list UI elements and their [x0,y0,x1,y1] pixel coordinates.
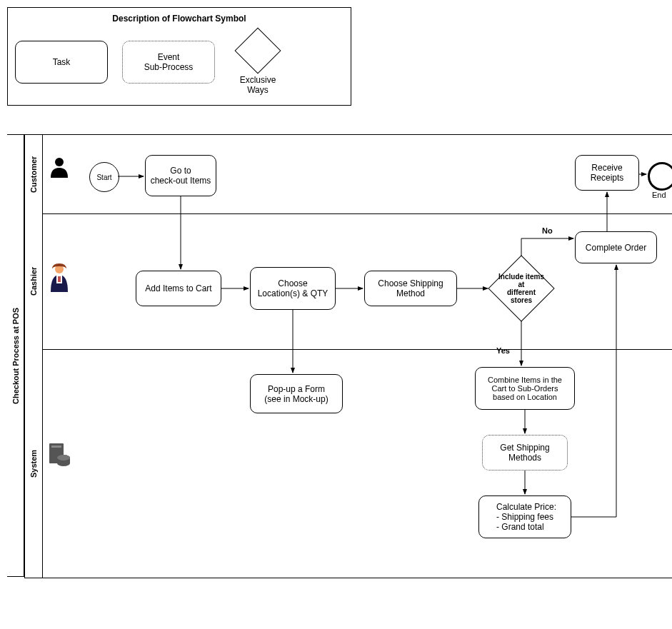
complete-order-task: Complete Order [575,231,657,263]
combine-items-label: Combine Items in the Cart to Sub-Orders … [488,376,562,401]
edge-yes-label: Yes [496,346,510,355]
pool-title: Checkout Process at POS [7,134,24,577]
get-shipping-label: Get Shipping Methods [500,443,549,463]
add-items-task: Add Items to Cart [136,271,221,306]
lane-system-label: System [25,349,42,578]
lane-customer-text: Customer [29,156,38,192]
legend-diamond-shape [234,27,281,74]
lane-cashier-text: Cashier [29,267,38,296]
legend-row: Task Event Sub-Process Exclusive Ways [15,29,343,95]
choose-location-label: Choose Location(s) & QTY [258,278,329,298]
legend-subprocess-label: Event Sub-Process [144,52,194,72]
calc-price-label: Calculate Price: - Shipping fees - Grand… [496,502,556,532]
customer-icon [49,156,69,178]
decision-label: Include items at different stores [498,273,544,304]
end-label: End [652,191,666,199]
goto-checkout-task: Go to check-out Items [145,155,216,196]
edge-no-label: No [542,226,553,235]
label-column-border [42,135,43,578]
receive-receipts-label: Receive Receipts [591,163,624,183]
legend-task-label: Task [53,57,71,67]
popup-form-label: Pop-up a Form (see in Mock-up) [264,384,328,404]
swimlane-pool: Customer Cashier System Start Go to chec… [24,134,672,578]
lane-divider-2 [42,349,672,350]
svg-rect-3 [58,276,61,282]
start-event: Start [89,162,119,192]
legend-exclusive-label: Exclusive Ways [240,75,276,95]
lane-divider-1 [42,213,672,214]
choose-shipping-label: Choose Shipping Method [378,278,443,298]
svg-point-9 [57,455,70,461]
arrows-layer [25,135,672,578]
get-shipping-subprocess: Get Shipping Methods [482,435,568,471]
start-label: Start [96,173,111,181]
legend-task-shape: Task [15,41,108,84]
lane-cashier-label: Cashier [25,213,42,349]
lane-system-text: System [29,449,38,477]
svg-rect-5 [51,446,61,448]
legend-box: Description of Flowchart Symbol Task Eve… [7,7,351,106]
popup-form-task: Pop-up a Form (see in Mock-up) [250,374,343,413]
cashier-icon [48,263,71,292]
system-icon [48,442,71,466]
legend-subprocess: Event Sub-Process [122,41,215,84]
decision-gateway: Include items at different stores [489,256,553,321]
legend-subprocess-shape: Event Sub-Process [122,41,215,84]
goto-checkout-label: Go to check-out Items [151,166,211,186]
combine-items-task: Combine Items in the Cart to Sub-Orders … [475,367,575,410]
svg-point-0 [55,158,64,166]
calc-price-task: Calculate Price: - Shipping fees - Grand… [478,495,571,538]
add-items-label: Add Items to Cart [145,283,211,293]
legend-title: Description of Flowchart Symbol [15,14,343,24]
choose-location-task: Choose Location(s) & QTY [250,267,336,310]
pool-title-text: Checkout Process at POS [11,307,20,403]
end-event [648,162,672,191]
lane-customer-label: Customer [25,135,42,213]
complete-order-label: Complete Order [586,243,646,253]
legend-task: Task [15,41,108,84]
choose-shipping-task: Choose Shipping Method [364,271,457,306]
legend-exclusive: Exclusive Ways [229,29,286,95]
receive-receipts-task: Receive Receipts [575,155,639,191]
svg-point-8 [57,461,70,466]
